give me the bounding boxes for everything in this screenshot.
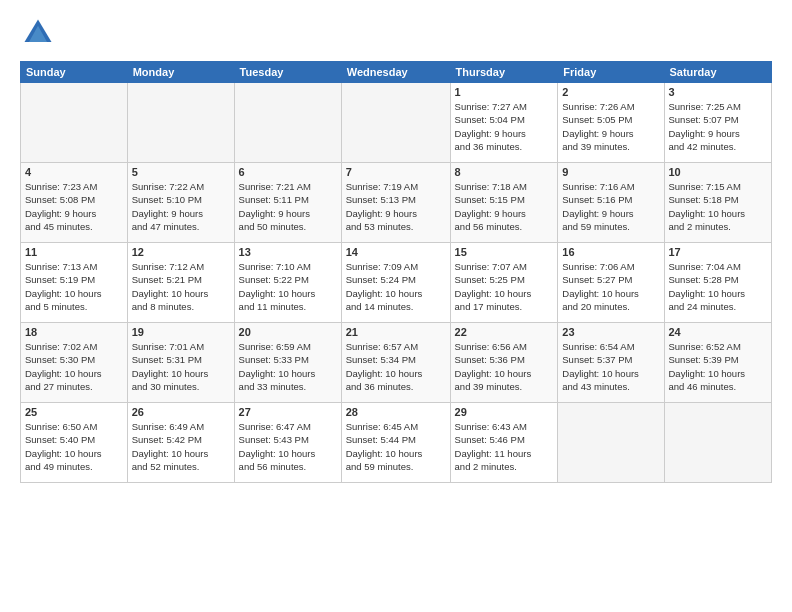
day-number: 11 xyxy=(25,246,123,258)
day-info: Sunrise: 7:25 AM Sunset: 5:07 PM Dayligh… xyxy=(669,100,768,153)
day-info: Sunrise: 7:10 AM Sunset: 5:22 PM Dayligh… xyxy=(239,260,337,313)
calendar-cell: 4Sunrise: 7:23 AM Sunset: 5:08 PM Daylig… xyxy=(21,163,128,243)
calendar-header-thursday: Thursday xyxy=(450,62,558,83)
day-info: Sunrise: 7:23 AM Sunset: 5:08 PM Dayligh… xyxy=(25,180,123,233)
calendar-week-4: 25Sunrise: 6:50 AM Sunset: 5:40 PM Dayli… xyxy=(21,403,772,483)
day-number: 22 xyxy=(455,326,554,338)
calendar-cell: 16Sunrise: 7:06 AM Sunset: 5:27 PM Dayli… xyxy=(558,243,664,323)
day-info: Sunrise: 6:54 AM Sunset: 5:37 PM Dayligh… xyxy=(562,340,659,393)
day-number: 2 xyxy=(562,86,659,98)
calendar-cell xyxy=(558,403,664,483)
calendar-header-wednesday: Wednesday xyxy=(341,62,450,83)
day-info: Sunrise: 6:43 AM Sunset: 5:46 PM Dayligh… xyxy=(455,420,554,473)
calendar-cell: 24Sunrise: 6:52 AM Sunset: 5:39 PM Dayli… xyxy=(664,323,772,403)
day-info: Sunrise: 7:18 AM Sunset: 5:15 PM Dayligh… xyxy=(455,180,554,233)
calendar-cell: 27Sunrise: 6:47 AM Sunset: 5:43 PM Dayli… xyxy=(234,403,341,483)
day-info: Sunrise: 6:45 AM Sunset: 5:44 PM Dayligh… xyxy=(346,420,446,473)
calendar-cell: 6Sunrise: 7:21 AM Sunset: 5:11 PM Daylig… xyxy=(234,163,341,243)
calendar-week-3: 18Sunrise: 7:02 AM Sunset: 5:30 PM Dayli… xyxy=(21,323,772,403)
day-number: 27 xyxy=(239,406,337,418)
calendar-cell: 20Sunrise: 6:59 AM Sunset: 5:33 PM Dayli… xyxy=(234,323,341,403)
day-info: Sunrise: 7:12 AM Sunset: 5:21 PM Dayligh… xyxy=(132,260,230,313)
day-number: 3 xyxy=(669,86,768,98)
header xyxy=(20,15,772,51)
day-info: Sunrise: 7:22 AM Sunset: 5:10 PM Dayligh… xyxy=(132,180,230,233)
day-number: 19 xyxy=(132,326,230,338)
calendar-cell xyxy=(234,83,341,163)
day-info: Sunrise: 7:13 AM Sunset: 5:19 PM Dayligh… xyxy=(25,260,123,313)
day-info: Sunrise: 6:59 AM Sunset: 5:33 PM Dayligh… xyxy=(239,340,337,393)
calendar-cell xyxy=(664,403,772,483)
calendar-header-sunday: Sunday xyxy=(21,62,128,83)
day-number: 20 xyxy=(239,326,337,338)
calendar-cell: 18Sunrise: 7:02 AM Sunset: 5:30 PM Dayli… xyxy=(21,323,128,403)
day-number: 10 xyxy=(669,166,768,178)
calendar-cell: 29Sunrise: 6:43 AM Sunset: 5:46 PM Dayli… xyxy=(450,403,558,483)
calendar-cell: 15Sunrise: 7:07 AM Sunset: 5:25 PM Dayli… xyxy=(450,243,558,323)
calendar-header-row: SundayMondayTuesdayWednesdayThursdayFrid… xyxy=(21,62,772,83)
day-info: Sunrise: 7:09 AM Sunset: 5:24 PM Dayligh… xyxy=(346,260,446,313)
day-number: 14 xyxy=(346,246,446,258)
day-info: Sunrise: 6:57 AM Sunset: 5:34 PM Dayligh… xyxy=(346,340,446,393)
day-number: 7 xyxy=(346,166,446,178)
calendar-cell: 3Sunrise: 7:25 AM Sunset: 5:07 PM Daylig… xyxy=(664,83,772,163)
calendar-header-friday: Friday xyxy=(558,62,664,83)
day-number: 8 xyxy=(455,166,554,178)
day-number: 28 xyxy=(346,406,446,418)
calendar-cell: 23Sunrise: 6:54 AM Sunset: 5:37 PM Dayli… xyxy=(558,323,664,403)
calendar-cell: 7Sunrise: 7:19 AM Sunset: 5:13 PM Daylig… xyxy=(341,163,450,243)
day-number: 18 xyxy=(25,326,123,338)
calendar-cell: 12Sunrise: 7:12 AM Sunset: 5:21 PM Dayli… xyxy=(127,243,234,323)
calendar-cell: 28Sunrise: 6:45 AM Sunset: 5:44 PM Dayli… xyxy=(341,403,450,483)
calendar-cell xyxy=(21,83,128,163)
day-info: Sunrise: 6:47 AM Sunset: 5:43 PM Dayligh… xyxy=(239,420,337,473)
day-info: Sunrise: 7:07 AM Sunset: 5:25 PM Dayligh… xyxy=(455,260,554,313)
calendar-cell: 26Sunrise: 6:49 AM Sunset: 5:42 PM Dayli… xyxy=(127,403,234,483)
day-number: 5 xyxy=(132,166,230,178)
day-number: 26 xyxy=(132,406,230,418)
day-number: 12 xyxy=(132,246,230,258)
calendar-header-monday: Monday xyxy=(127,62,234,83)
calendar-week-0: 1Sunrise: 7:27 AM Sunset: 5:04 PM Daylig… xyxy=(21,83,772,163)
day-number: 24 xyxy=(669,326,768,338)
page: SundayMondayTuesdayWednesdayThursdayFrid… xyxy=(0,0,792,612)
day-info: Sunrise: 7:04 AM Sunset: 5:28 PM Dayligh… xyxy=(669,260,768,313)
calendar-cell xyxy=(127,83,234,163)
calendar-cell: 2Sunrise: 7:26 AM Sunset: 5:05 PM Daylig… xyxy=(558,83,664,163)
calendar-cell: 10Sunrise: 7:15 AM Sunset: 5:18 PM Dayli… xyxy=(664,163,772,243)
calendar-cell: 13Sunrise: 7:10 AM Sunset: 5:22 PM Dayli… xyxy=(234,243,341,323)
calendar-header-saturday: Saturday xyxy=(664,62,772,83)
calendar-table: SundayMondayTuesdayWednesdayThursdayFrid… xyxy=(20,61,772,483)
calendar-cell: 9Sunrise: 7:16 AM Sunset: 5:16 PM Daylig… xyxy=(558,163,664,243)
day-info: Sunrise: 7:01 AM Sunset: 5:31 PM Dayligh… xyxy=(132,340,230,393)
day-info: Sunrise: 7:15 AM Sunset: 5:18 PM Dayligh… xyxy=(669,180,768,233)
day-number: 6 xyxy=(239,166,337,178)
day-number: 15 xyxy=(455,246,554,258)
logo-icon xyxy=(20,15,56,51)
calendar-week-2: 11Sunrise: 7:13 AM Sunset: 5:19 PM Dayli… xyxy=(21,243,772,323)
day-info: Sunrise: 6:50 AM Sunset: 5:40 PM Dayligh… xyxy=(25,420,123,473)
calendar-cell: 22Sunrise: 6:56 AM Sunset: 5:36 PM Dayli… xyxy=(450,323,558,403)
day-info: Sunrise: 7:21 AM Sunset: 5:11 PM Dayligh… xyxy=(239,180,337,233)
calendar-cell: 5Sunrise: 7:22 AM Sunset: 5:10 PM Daylig… xyxy=(127,163,234,243)
calendar-week-1: 4Sunrise: 7:23 AM Sunset: 5:08 PM Daylig… xyxy=(21,163,772,243)
day-info: Sunrise: 7:26 AM Sunset: 5:05 PM Dayligh… xyxy=(562,100,659,153)
day-number: 13 xyxy=(239,246,337,258)
calendar-cell: 19Sunrise: 7:01 AM Sunset: 5:31 PM Dayli… xyxy=(127,323,234,403)
day-number: 17 xyxy=(669,246,768,258)
day-info: Sunrise: 6:52 AM Sunset: 5:39 PM Dayligh… xyxy=(669,340,768,393)
calendar-cell: 1Sunrise: 7:27 AM Sunset: 5:04 PM Daylig… xyxy=(450,83,558,163)
day-number: 9 xyxy=(562,166,659,178)
calendar-cell xyxy=(341,83,450,163)
day-number: 1 xyxy=(455,86,554,98)
calendar-header-tuesday: Tuesday xyxy=(234,62,341,83)
day-number: 21 xyxy=(346,326,446,338)
calendar-cell: 17Sunrise: 7:04 AM Sunset: 5:28 PM Dayli… xyxy=(664,243,772,323)
calendar-cell: 25Sunrise: 6:50 AM Sunset: 5:40 PM Dayli… xyxy=(21,403,128,483)
day-info: Sunrise: 7:02 AM Sunset: 5:30 PM Dayligh… xyxy=(25,340,123,393)
calendar-cell: 21Sunrise: 6:57 AM Sunset: 5:34 PM Dayli… xyxy=(341,323,450,403)
day-info: Sunrise: 7:16 AM Sunset: 5:16 PM Dayligh… xyxy=(562,180,659,233)
day-number: 23 xyxy=(562,326,659,338)
day-number: 25 xyxy=(25,406,123,418)
day-number: 29 xyxy=(455,406,554,418)
